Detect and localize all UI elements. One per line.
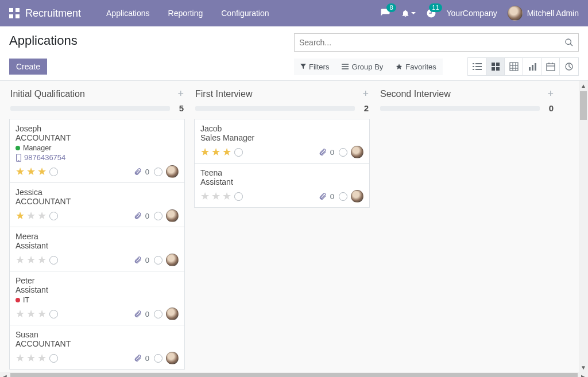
notifications-icon[interactable] [401,9,416,18]
attachment-icon[interactable] [319,192,327,200]
star-icon[interactable]: ★ [222,146,231,158]
kanban-card[interactable]: JessicaACCOUNTANT★★★0 [9,182,185,227]
kanban-state-icon[interactable] [49,212,58,220]
kanban-card[interactable]: SusanACCOUNTANT★★★0 [9,325,185,370]
activity-state-icon[interactable] [339,148,347,157]
activity-state-icon[interactable] [154,168,163,176]
column-body[interactable] [379,116,555,377]
kanban-card[interactable]: JacobSales Manager★★★0 [194,119,370,164]
kanban-state-icon[interactable] [49,168,58,176]
attachment-icon[interactable] [134,212,142,220]
progress-bar[interactable] [195,106,355,111]
avatar[interactable] [166,308,179,320]
star-icon[interactable]: ★ [16,352,25,364]
view-activity[interactable] [560,58,578,75]
avatar[interactable] [166,209,179,222]
nav-link-configuration[interactable]: Configuration [212,2,278,25]
kanban-state-icon[interactable] [234,148,243,157]
search-box[interactable] [294,33,579,52]
kanban-state-icon[interactable] [49,256,58,265]
company-selector[interactable]: YourCompany [447,9,497,18]
kanban-state-icon[interactable] [49,310,58,318]
phone-link[interactable]: 9876436754 [16,153,179,162]
star-icon[interactable]: ★ [26,165,36,178]
kanban-card[interactable]: TeenaAssistant★★★0 [194,163,370,208]
star-icon[interactable]: ★ [200,146,210,158]
star-icon[interactable]: ★ [37,209,47,222]
column-body[interactable]: JacobSales Manager★★★0TeenaAssistant★★★0 [194,116,370,377]
star-icon[interactable]: ★ [200,190,210,203]
star-icon[interactable]: ★ [37,308,47,320]
attachment-icon[interactable] [134,310,142,318]
priority-stars[interactable]: ★★★ [16,165,58,178]
star-icon[interactable]: ★ [16,209,25,222]
progress-bar[interactable] [380,106,540,111]
star-icon[interactable]: ★ [211,146,220,158]
quick-create-button[interactable]: + [362,88,369,100]
scroll-down-icon[interactable]: ▼ [579,363,588,372]
column-title[interactable]: Second Interview [380,89,451,99]
avatar[interactable] [166,352,179,364]
activity-state-icon[interactable] [154,354,163,363]
view-list[interactable] [468,58,486,75]
favorites-button[interactable]: Favorites [389,59,442,75]
messages-icon[interactable]: 8 [380,8,390,18]
create-button[interactable]: Create [9,59,47,75]
star-icon[interactable]: ★ [211,190,220,203]
star-icon[interactable]: ★ [222,190,231,203]
avatar[interactable] [166,165,179,178]
kanban-card[interactable]: PeterAssistantIT★★★0 [9,271,185,325]
avatar[interactable] [351,190,363,203]
avatar[interactable] [166,254,179,266]
view-calendar[interactable] [541,58,560,75]
activities-icon[interactable]: 11 [426,8,436,18]
kanban-board[interactable]: Initial Qualification+5JosephACCOUNTANTM… [0,81,588,377]
kanban-state-icon[interactable] [234,192,243,201]
filters-button[interactable]: Filters [294,59,335,75]
vertical-scrollbar[interactable]: ▲ ▼ [579,81,588,372]
app-brand[interactable]: Recruitment [25,7,81,20]
column-body[interactable]: JosephACCOUNTANTManager9876436754★★★0Jes… [9,116,185,377]
scroll-right-icon[interactable]: ▶ [579,374,588,378]
priority-stars[interactable]: ★★★ [200,146,243,158]
nav-link-reporting[interactable]: Reporting [159,2,212,25]
activity-state-icon[interactable] [154,310,163,318]
scroll-up-icon[interactable]: ▲ [579,81,588,90]
groupby-button[interactable]: Group By [335,59,389,75]
priority-stars[interactable]: ★★★ [16,209,58,222]
priority-stars[interactable]: ★★★ [200,190,243,203]
attachment-icon[interactable] [134,168,142,176]
scroll-thumb[interactable] [580,91,587,120]
scroll-left-icon[interactable]: ◀ [0,374,9,378]
star-icon[interactable]: ★ [37,165,47,178]
quick-create-button[interactable]: + [177,88,184,100]
activity-state-icon[interactable] [154,212,163,220]
priority-stars[interactable]: ★★★ [16,352,58,364]
search-input[interactable] [299,38,564,47]
kanban-card[interactable]: JosephACCOUNTANTManager9876436754★★★0 [9,119,185,183]
attachment-icon[interactable] [319,148,327,156]
horizontal-scrollbar[interactable]: ◀ ▶ [0,372,588,377]
activity-state-icon[interactable] [154,256,163,265]
column-title[interactable]: Initial Qualification [10,89,85,99]
star-icon[interactable]: ★ [37,254,47,266]
attachment-icon[interactable] [134,256,142,264]
avatar[interactable] [351,146,363,158]
user-menu[interactable]: Mitchell Admin [508,6,579,21]
kanban-card[interactable]: MeeraAssistant★★★0 [9,227,185,271]
star-icon[interactable]: ★ [37,352,47,364]
apps-icon[interactable] [9,8,20,18]
quick-create-button[interactable]: + [547,88,554,100]
view-kanban[interactable] [486,58,505,75]
priority-stars[interactable]: ★★★ [16,308,58,320]
attachment-icon[interactable] [134,354,142,362]
priority-stars[interactable]: ★★★ [16,254,58,266]
kanban-state-icon[interactable] [49,354,58,363]
view-graph[interactable] [523,58,541,75]
star-icon[interactable]: ★ [16,308,25,320]
star-icon[interactable]: ★ [16,165,25,178]
star-icon[interactable]: ★ [26,209,36,222]
star-icon[interactable]: ★ [16,254,25,266]
search-icon[interactable] [564,38,574,47]
column-title[interactable]: First Interview [195,89,253,99]
